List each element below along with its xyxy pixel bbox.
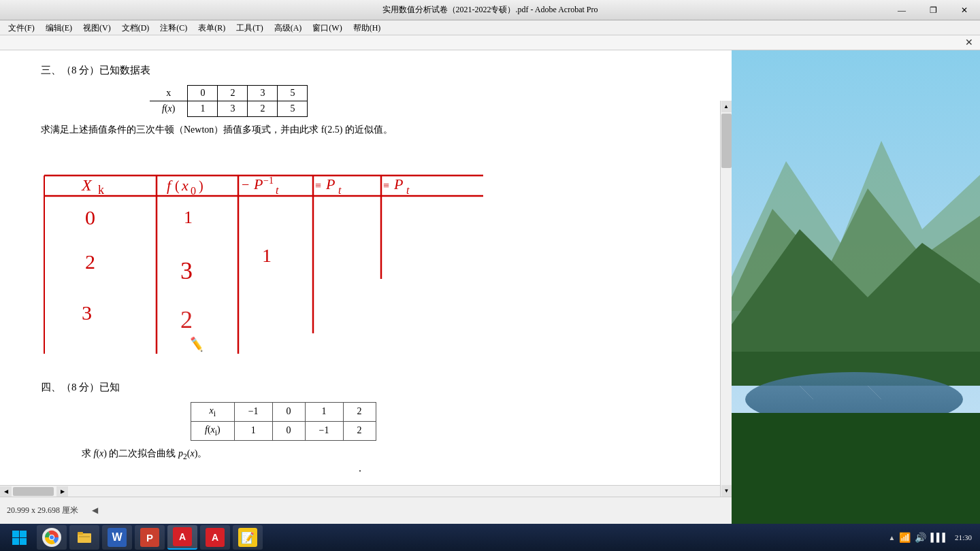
scroll-thumb[interactable]: [721, 114, 732, 168]
windows-logo-icon: [10, 528, 29, 547]
s4-col-1: 1: [305, 403, 343, 422]
scroll-up-button[interactable]: ▲: [721, 101, 732, 112]
page-dimensions: 20.999 x 29.698 厘米: [7, 505, 78, 516]
svg-rect-39: [732, 413, 980, 524]
svg-text:t: t: [276, 184, 279, 196]
page-dot: •: [41, 467, 679, 475]
svg-text:P: P: [393, 176, 403, 193]
s4-header-fxi: f(xi): [191, 421, 235, 440]
svg-point-48: [50, 535, 54, 539]
vertical-scrollbar[interactable]: ▲ ▼: [720, 101, 732, 497]
taskbar-acrobat2[interactable]: A: [200, 525, 230, 550]
pencil-cursor: ✏️: [188, 335, 203, 351]
menu-comment[interactable]: 注释(C): [154, 20, 193, 35]
window-title: 实用数值分析试卷（2021-2022专硕）.pdf - Adobe Acroba…: [382, 4, 598, 16]
svg-rect-42: [12, 531, 19, 537]
taskbar-chrome[interactable]: [37, 525, 67, 550]
svg-rect-44: [12, 538, 19, 545]
menu-file[interactable]: 文件(F): [3, 20, 40, 35]
status-bar: 20.999 x 29.698 厘米 ◀: [0, 497, 732, 524]
panel-close-button[interactable]: ✕: [961, 37, 977, 48]
taskbar-powerpoint[interactable]: P: [135, 525, 165, 550]
scroll-right-button[interactable]: ▶: [56, 486, 68, 497]
close-button[interactable]: ✕: [949, 0, 980, 20]
scroll-down-button[interactable]: ▼: [721, 485, 732, 497]
restore-button[interactable]: ❐: [917, 0, 949, 20]
minimize-button[interactable]: —: [886, 0, 917, 20]
svg-text:5: 5: [85, 349, 95, 354]
s4-col-0: 0: [272, 403, 305, 422]
menu-bar: 文件(F) 编辑(E) 视图(V) 文档(D) 注释(C) 表单(R) 工具(T…: [0, 20, 980, 35]
svg-text:1: 1: [262, 245, 272, 266]
table-header-x: x: [150, 86, 188, 101]
menu-tools[interactable]: 工具(T): [231, 20, 268, 35]
table-val-3: 3: [218, 101, 248, 117]
svg-rect-50: [78, 532, 83, 535]
svg-text:1: 1: [184, 207, 193, 227]
section3-header: 三、（8 分）已知数据表: [41, 64, 679, 77]
table-header-fx: f(x): [150, 101, 188, 117]
menu-advanced[interactable]: 高级(A): [269, 20, 308, 35]
svg-text:X: X: [81, 176, 93, 194]
svg-rect-43: [20, 531, 27, 537]
s4-val-0: 0: [272, 421, 305, 440]
scroll-indicator: ◀: [92, 505, 98, 516]
svg-text:−: −: [242, 177, 249, 192]
menu-view[interactable]: 视图(V): [78, 20, 116, 35]
powerpoint-icon: P: [140, 528, 159, 547]
hand-drawn-annotation: X k f ( x 0 ) − P −1 t ≡ P t ≡ P: [41, 143, 504, 354]
table-val-5: 5: [278, 101, 308, 117]
taskbar-word[interactable]: W: [102, 525, 132, 550]
horizontal-scrollbar[interactable]: ◀ ▶: [0, 485, 720, 497]
tray-arrow[interactable]: ▲: [889, 534, 896, 541]
menu-window[interactable]: 窗口(W): [307, 20, 347, 35]
svg-rect-45: [20, 538, 27, 545]
table-col-2: 2: [218, 86, 248, 101]
battery-icon: ▌▌▌: [930, 533, 948, 543]
titlebar: 实用数值分析试卷（2021-2022专硕）.pdf - Adobe Acroba…: [0, 0, 980, 20]
menu-form[interactable]: 表单(R): [193, 20, 231, 35]
chrome-icon: [42, 528, 61, 547]
start-button[interactable]: [4, 525, 34, 550]
svg-text:2: 2: [180, 306, 193, 333]
menu-document[interactable]: 文档(D): [116, 20, 155, 35]
scroll-left-button[interactable]: ◀: [0, 486, 12, 497]
taskbar-explorer[interactable]: [69, 525, 99, 550]
svg-text:f: f: [167, 177, 173, 194]
section3-problem: 求满足上述插值条件的三次牛顿（Newton）插值多项式，并由此求 f(2.5) …: [41, 124, 679, 136]
window-controls: — ❐ ✕: [886, 0, 980, 20]
menu-help[interactable]: 帮助(H): [348, 20, 387, 35]
svg-text:t: t: [406, 184, 410, 196]
menu-edit[interactable]: 编辑(E): [40, 20, 78, 35]
svg-rect-49: [78, 533, 91, 543]
section3-table: x 0 2 3 5 f(x) 1 3 2 5: [150, 85, 308, 117]
desktop-area: [732, 50, 980, 551]
table-val-1: 1: [188, 101, 218, 117]
volume-icon[interactable]: 🔊: [915, 532, 926, 544]
svg-text:(: (: [175, 178, 180, 194]
svg-text:−1: −1: [263, 176, 274, 186]
close-bar: ✕: [0, 35, 980, 50]
word-icon: W: [108, 528, 127, 547]
clock-display[interactable]: 21:30: [955, 533, 972, 541]
svg-text:x: x: [181, 177, 189, 194]
svg-text:≡: ≡: [315, 180, 321, 191]
annotation-area: X k f ( x 0 ) − P −1 t ≡ P t ≡ P: [41, 143, 504, 354]
svg-text:≡: ≡: [383, 180, 389, 191]
taskbar: W P A A 📝 ▲ 📶 🔊 ▌▌▌ 21:30: [0, 524, 980, 551]
network-icon[interactable]: 📶: [899, 532, 911, 544]
svg-text:0: 0: [191, 185, 196, 197]
svg-text:P: P: [325, 176, 335, 193]
section4-problem-text: 求 f(x) 的二次拟合曲线 p2(x)。: [82, 448, 679, 461]
taskbar-acrobat-active[interactable]: A: [167, 525, 197, 550]
table-col-0: 0: [188, 86, 218, 101]
svg-text:2: 2: [85, 250, 95, 273]
taskbar-sticky[interactable]: 📝: [233, 525, 263, 550]
document-content: 三、（8 分）已知数据表 x 0 2 3 5 f(x) 1 3 2 5 求满足上…: [0, 50, 720, 488]
desktop-background: [732, 50, 980, 524]
scroll-h-thumb[interactable]: [13, 487, 54, 496]
section4-table: xi −1 0 1 2 f(xi) 1 0 −1 2: [191, 402, 376, 441]
section4-area: 四、（8 分）已知 xi −1 0 1 2 f(xi) 1 0 −1 2: [41, 381, 679, 461]
s4-val-1: 1: [234, 421, 272, 440]
svg-text:3: 3: [180, 257, 193, 284]
